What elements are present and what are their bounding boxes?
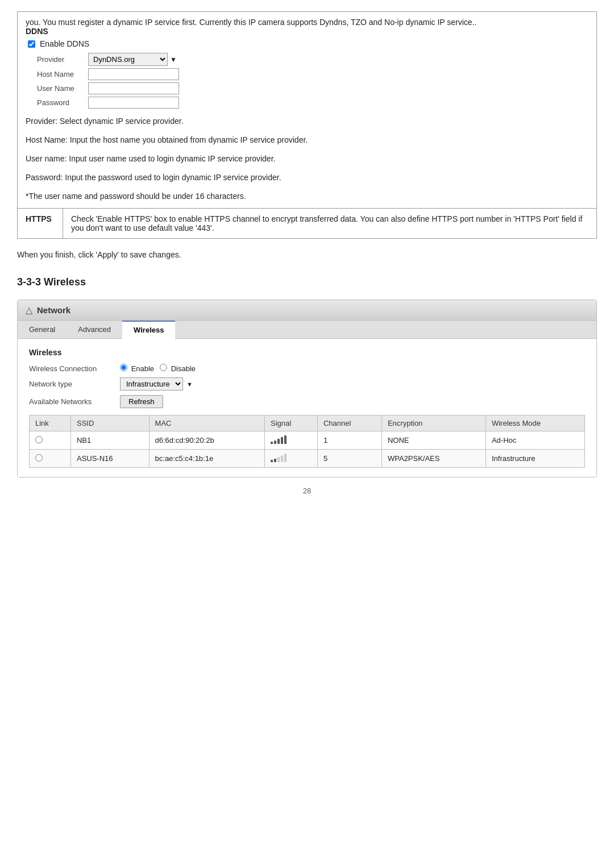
desc4: Password: Input the password used to log… [26, 172, 588, 184]
ddns-title: DDNS [26, 27, 588, 36]
enable-ddns-label: Enable DDNS [40, 39, 89, 48]
wireless-section-title: Wireless [29, 348, 585, 357]
col-mac: MAC [149, 416, 264, 431]
available-networks-label: Available Networks [29, 397, 120, 406]
wireless-connection-row: Wireless Connection Enable Disable [29, 364, 585, 373]
provider-dropdown-arrow: ▼ [170, 56, 177, 64]
tab-general[interactable]: General [18, 321, 67, 338]
host-name-input[interactable] [88, 68, 179, 80]
available-networks-value: Refresh [120, 395, 163, 408]
finish-text: When you finish, click 'Apply' to save c… [17, 250, 597, 259]
enable-radio[interactable] [120, 364, 127, 371]
ddns-section: DDNS Enable DDNS Provider DynDNS.org TZO… [26, 27, 588, 109]
desc3: User name: Input user name used to login… [26, 153, 588, 165]
refresh-button[interactable]: Refresh [120, 395, 163, 408]
signal-bars-high [271, 435, 287, 444]
https-description-cell: Check 'Enable HTTPS' box to enable HTTPS… [63, 209, 597, 239]
row-wireless-mode: Infrastructure [486, 450, 584, 468]
network-icon: △ [26, 305, 32, 315]
desc1: Provider: Select dynamic IP service prov… [26, 115, 588, 127]
row-wireless-mode: Ad-Hoc [486, 431, 584, 450]
row-mac: d6:6d:cd:90:20:2b [149, 431, 264, 450]
bar5 [284, 435, 287, 444]
bar1 [271, 442, 273, 444]
bar1 [271, 460, 273, 462]
network-widget: △ Network General Advanced Wireless Wire… [17, 300, 597, 477]
wireless-networks-table: Link SSID MAC Signal Channel Encryption … [29, 415, 585, 468]
row-signal [265, 431, 318, 450]
bar4 [281, 455, 283, 462]
network-type-row: Network type Infrastructure Ad-Hoc ▼ [29, 377, 585, 391]
network-select-radio[interactable] [35, 436, 43, 443]
row-encryption: WPA2PSK/AES [381, 450, 486, 468]
row-link [30, 431, 71, 450]
disable-radio-text: Disable [171, 364, 196, 373]
row-channel: 1 [317, 431, 381, 450]
provider-row: Provider DynDNS.org TZO No-ip ▼ [26, 53, 588, 66]
bar5 [284, 454, 287, 462]
row-ssid: ASUS-N16 [70, 450, 149, 468]
signal-bars-medium [271, 453, 287, 462]
row-link [30, 450, 71, 468]
available-networks-row: Available Networks Refresh [29, 395, 585, 408]
ddns-intro-text: you. You must register a dynamic IP serv… [26, 18, 476, 27]
network-tabs: General Advanced Wireless [18, 321, 596, 339]
row-channel: 5 [317, 450, 381, 468]
password-input[interactable] [88, 97, 179, 109]
wireless-connection-value: Enable Disable [120, 364, 196, 373]
top-info-table: you. You must register a dynamic IP serv… [17, 11, 597, 239]
network-type-select[interactable]: Infrastructure Ad-Hoc [120, 377, 183, 391]
network-title: Network [37, 305, 70, 315]
password-row: Password [26, 97, 588, 109]
disable-radio[interactable] [160, 364, 167, 371]
enable-ddns-checkbox[interactable] [28, 40, 35, 48]
desc2: Host Name: Input the host name you obtai… [26, 134, 588, 146]
enable-radio-label: Enable [120, 364, 154, 373]
row-signal [265, 450, 318, 468]
desc5: *The user name and password should be un… [26, 190, 588, 202]
password-label: Password [37, 98, 88, 107]
col-signal: Signal [265, 416, 318, 431]
bar2 [274, 441, 276, 444]
bar2 [274, 459, 276, 462]
col-channel: Channel [317, 416, 381, 431]
row-encryption: NONE [381, 431, 486, 450]
network-type-label: Network type [29, 380, 120, 388]
table-row: NB1 d6:6d:cd:90:20:2b 1 NONE Ad-Hoc [30, 431, 585, 450]
network-type-arrow: ▼ [186, 381, 193, 388]
network-type-value: Infrastructure Ad-Hoc ▼ [120, 377, 193, 391]
user-name-row: User Name [26, 82, 588, 94]
ddns-content-cell: you. You must register a dynamic IP serv… [18, 12, 597, 209]
enable-ddns-row: Enable DDNS [26, 39, 588, 48]
col-wireless-mode: Wireless Mode [486, 416, 584, 431]
wireless-connection-label: Wireless Connection [29, 364, 120, 373]
network-titlebar: △ Network [18, 300, 596, 321]
enable-radio-text: Enable [131, 364, 154, 373]
page-number: 28 [17, 487, 597, 495]
col-encryption: Encryption [381, 416, 486, 431]
section-heading: 3-3-3 Wireless [17, 276, 597, 288]
provider-label: Provider [37, 55, 88, 64]
bar3 [277, 439, 280, 444]
host-name-label: Host Name [37, 70, 88, 78]
bar3 [277, 457, 280, 462]
col-link: Link [30, 416, 71, 431]
network-body: Wireless Wireless Connection Enable Disa… [18, 339, 596, 477]
disable-radio-label: Disable [160, 364, 196, 373]
tab-wireless[interactable]: Wireless [122, 321, 175, 339]
table-row: ASUS-N16 bc:ae:c5:c4:1b:1e 5 WPA2PSK/AES [30, 450, 585, 468]
tab-advanced[interactable]: Advanced [67, 321, 122, 338]
user-name-label: User Name [37, 84, 88, 93]
user-name-input[interactable] [88, 82, 179, 94]
provider-select[interactable]: DynDNS.org TZO No-ip [88, 53, 168, 66]
bar4 [281, 437, 283, 444]
row-mac: bc:ae:c5:c4:1b:1e [149, 450, 264, 468]
row-ssid: NB1 [70, 431, 149, 450]
host-name-row: Host Name [26, 68, 588, 80]
col-ssid: SSID [70, 416, 149, 431]
https-label-cell: HTTPS [18, 209, 63, 239]
network-select-radio[interactable] [35, 454, 43, 462]
